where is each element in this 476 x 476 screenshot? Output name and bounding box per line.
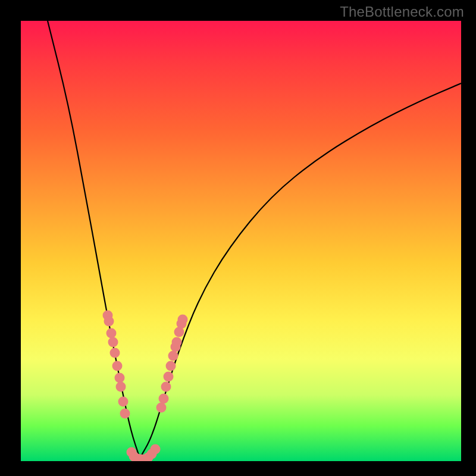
- data-point: [115, 373, 125, 383]
- data-point: [166, 361, 176, 371]
- data-point: [110, 348, 120, 358]
- data-point: [156, 403, 167, 413]
- bottleneck-curve-left: [48, 21, 140, 458]
- data-point: [120, 409, 130, 419]
- data-point: [172, 337, 182, 347]
- attribution-text: TheBottleneck.com: [340, 4, 464, 20]
- plot-area: [21, 21, 461, 461]
- data-point: [159, 394, 169, 404]
- data-point: [178, 315, 188, 325]
- data-point: [164, 372, 174, 382]
- data-point: [108, 337, 118, 347]
- chart-frame: TheBottleneck.com: [0, 0, 476, 476]
- highlight-dots: [103, 311, 188, 462]
- data-point: [107, 328, 117, 339]
- data-point: [104, 317, 114, 327]
- data-point: [151, 444, 161, 455]
- bottleneck-curve-right: [140, 83, 461, 458]
- data-point: [116, 382, 126, 392]
- data-point: [118, 397, 129, 407]
- chart-overlay: [21, 21, 461, 461]
- data-point: [112, 361, 123, 371]
- data-point: [161, 382, 171, 392]
- data-point: [168, 351, 178, 361]
